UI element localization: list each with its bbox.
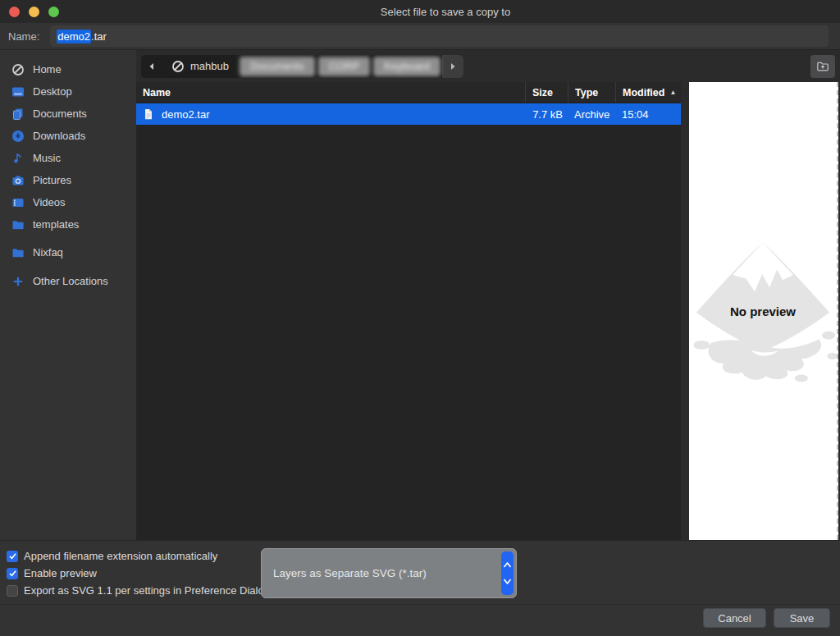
window-title: Select file to save a copy to xyxy=(0,6,840,18)
plus-icon xyxy=(11,275,25,288)
checkbox-checked-icon xyxy=(7,551,18,562)
folder-icon xyxy=(11,246,25,259)
filename-input[interactable]: demo2 .tar xyxy=(50,25,829,47)
sidebar-item-music[interactable]: Music xyxy=(0,147,136,169)
actions-divider xyxy=(0,604,840,605)
sidebar-item-videos[interactable]: Videos xyxy=(0,191,136,213)
file-icon xyxy=(143,108,154,121)
back-button[interactable] xyxy=(141,55,162,78)
column-header-type[interactable]: Type xyxy=(568,82,615,103)
column-header-modified[interactable]: Modified ▲ xyxy=(615,82,681,103)
desktop-icon xyxy=(11,85,25,98)
dialog-footer: Append filename extension automatically … xyxy=(0,540,840,636)
file-size: 7.7 kB xyxy=(525,108,568,121)
filename-label: Name: xyxy=(8,30,39,43)
column-header-name[interactable]: Name xyxy=(136,82,525,103)
sidebar-item-templates[interactable]: templates xyxy=(0,213,136,236)
file-list: Name Size Type Modified ▲ demo2.tar xyxy=(136,82,681,540)
preview-pane: No preview xyxy=(689,82,838,540)
sort-ascending-icon: ▲ xyxy=(669,89,676,96)
save-button[interactable]: Save xyxy=(774,608,830,628)
folder-icon xyxy=(11,218,25,231)
dropdown-spinner[interactable] xyxy=(501,551,514,595)
sidebar-item-documents[interactable]: Documents xyxy=(0,103,136,125)
sidebar-item-home[interactable]: Home xyxy=(0,58,136,80)
window-controls xyxy=(9,0,59,23)
breadcrumb-home[interactable]: mahbub xyxy=(162,55,238,78)
sidebar-item-downloads[interactable]: Downloads xyxy=(0,125,136,147)
chevron-right-icon xyxy=(448,62,458,71)
places-sidebar: Home Desktop Documents Downloads Music P… xyxy=(0,50,136,540)
documents-icon xyxy=(11,108,25,121)
chevron-up-icon xyxy=(503,561,512,569)
forward-button[interactable] xyxy=(442,55,463,78)
breadcrumb-item-blurred[interactable]: Documents xyxy=(240,57,315,76)
breadcrumb: mahbub Documents CORP Keyboard xyxy=(141,55,463,78)
checkbox-unchecked-icon xyxy=(7,585,18,597)
checkbox-checked-icon xyxy=(7,568,18,579)
path-bar: mahbub Documents CORP Keyboard xyxy=(136,50,840,82)
sidebar-item-nixfaq[interactable]: Nixfaq xyxy=(0,241,136,263)
sidebar-item-desktop[interactable]: Desktop xyxy=(0,80,136,103)
file-type: Archive xyxy=(568,108,615,121)
filetype-dropdown[interactable]: Layers as Separate SVG (*.tar) xyxy=(261,548,517,598)
music-note-icon xyxy=(11,152,25,165)
breadcrumb-item-blurred[interactable]: CORP xyxy=(318,57,371,76)
column-header-size[interactable]: Size xyxy=(525,82,568,103)
no-preview-label: No preview xyxy=(689,304,837,318)
new-folder-button[interactable] xyxy=(810,55,835,78)
filename-row: Name: demo2 .tar xyxy=(0,23,840,50)
filename-extension-text: .tar xyxy=(91,30,107,43)
circle-slash-icon xyxy=(11,63,25,76)
minimize-button[interactable] xyxy=(29,7,39,17)
download-icon xyxy=(11,130,25,143)
close-button[interactable] xyxy=(9,7,20,17)
sidebar-item-pictures[interactable]: Pictures xyxy=(0,169,136,191)
filename-selected-text: demo2 xyxy=(57,30,91,43)
save-copy-dialog: Select file to save a copy to Name: demo… xyxy=(0,0,840,636)
new-folder-icon xyxy=(816,60,829,73)
chevron-left-icon xyxy=(147,62,157,71)
breadcrumb-item-blurred[interactable]: Keyboard xyxy=(373,57,441,76)
file-list-header: Name Size Type Modified ▲ xyxy=(136,82,681,103)
filetype-dropdown-value: Layers as Separate SVG (*.tar) xyxy=(273,567,427,579)
file-modified: 15:04 xyxy=(615,108,681,121)
file-row-selected[interactable]: demo2.tar 7.7 kB Archive 15:04 xyxy=(136,103,681,125)
video-icon xyxy=(11,196,25,209)
sidebar-item-other-locations[interactable]: Other Locations xyxy=(0,270,136,292)
circle-slash-icon xyxy=(171,60,185,73)
camera-icon xyxy=(11,174,25,187)
titlebar: Select file to save a copy to xyxy=(0,0,840,23)
chevron-down-icon xyxy=(503,578,512,585)
maximize-button[interactable] xyxy=(48,7,59,17)
file-name: demo2.tar xyxy=(162,108,210,121)
cancel-button[interactable]: Cancel xyxy=(703,608,766,628)
